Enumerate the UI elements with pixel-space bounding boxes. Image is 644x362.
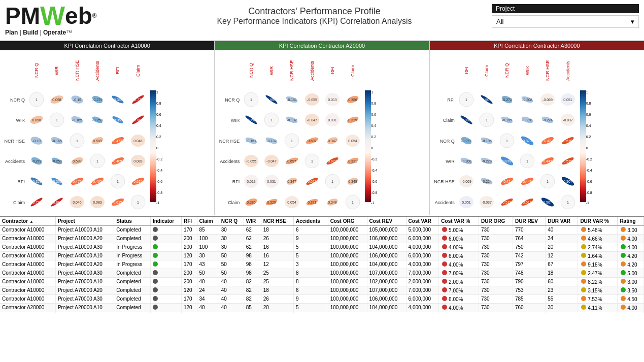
col-indicator: Indicator bbox=[150, 217, 181, 226]
cell-rating: 3.00 bbox=[618, 277, 644, 286]
cell-project: Project A40000 A30 bbox=[55, 269, 114, 277]
svg-text:-0.195: -0.195 bbox=[502, 118, 512, 122]
cell-numeric: 82 bbox=[244, 286, 261, 294]
svg-text:0.878: 0.878 bbox=[523, 139, 532, 143]
cell-indicator bbox=[150, 312, 181, 313]
cell-status: Completed bbox=[114, 286, 151, 294]
cell-numeric: 11 bbox=[261, 312, 293, 313]
svg-text:0.051: 0.051 bbox=[462, 201, 471, 204]
sort-arrow-contractor[interactable]: ▲ bbox=[29, 219, 33, 224]
svg-text:0.615: 0.615 bbox=[113, 201, 122, 204]
svg-text:0.013: 0.013 bbox=[247, 180, 256, 183]
status-dot bbox=[153, 270, 158, 275]
cell-cost-rev: 107,000,000 bbox=[367, 312, 406, 313]
cell-cost-var-pct: 4.00% bbox=[439, 260, 479, 269]
svg-text:0.589: 0.589 bbox=[93, 139, 102, 143]
cell-dur-rev: 742 bbox=[513, 251, 545, 260]
svg-text:1: 1 bbox=[76, 139, 78, 143]
cost-var-dot bbox=[442, 287, 447, 292]
cell-dur-var-pct: 5.48% bbox=[578, 225, 618, 234]
filter-value: All bbox=[496, 18, 503, 25]
cell-dur-org: 730 bbox=[479, 312, 513, 313]
table-row: Contractor A10000Project A10000 A10Compl… bbox=[0, 225, 644, 234]
cell-numeric: 5 bbox=[294, 243, 328, 251]
svg-text:-0.055: -0.055 bbox=[307, 98, 317, 102]
cell-numeric: 62 bbox=[244, 225, 261, 234]
cell-project: Project A10000 A20 bbox=[55, 234, 114, 243]
svg-text:-0.151: -0.151 bbox=[287, 98, 297, 102]
svg-text:0.348: 0.348 bbox=[349, 180, 358, 183]
cell-dur-rev: 760 bbox=[513, 303, 545, 312]
dur-var-dot bbox=[581, 253, 586, 258]
project-filter-select[interactable]: All ▾ bbox=[492, 15, 639, 28]
svg-text:0.098: 0.098 bbox=[52, 98, 61, 102]
svg-text:-0.365: -0.365 bbox=[52, 180, 62, 183]
cell-cost-var-pct: 7.00% bbox=[439, 312, 479, 313]
cell-cost-rev: 107,000,000 bbox=[367, 269, 406, 277]
status-dot bbox=[153, 296, 158, 301]
svg-text:0.321: 0.321 bbox=[308, 201, 317, 204]
rating-dot bbox=[621, 287, 626, 292]
cell-indicator bbox=[150, 303, 181, 312]
cell-numeric: 30 bbox=[197, 251, 219, 260]
cost-var-dot bbox=[442, 305, 447, 310]
cell-numeric: 4 bbox=[294, 312, 328, 313]
svg-text:-0.195: -0.195 bbox=[482, 139, 492, 143]
col-ncrhse: NCR HSE bbox=[261, 217, 293, 226]
table-wrapper[interactable]: Contractor ▲ Project Status Indicator RF… bbox=[0, 217, 644, 313]
svg-text:1: 1 bbox=[331, 180, 333, 183]
cell-numeric: 34 bbox=[197, 294, 219, 303]
cell-numeric: 50 bbox=[197, 269, 219, 277]
svg-text:0.42: 0.42 bbox=[503, 180, 511, 183]
cost-var-dot bbox=[442, 253, 447, 258]
cell-dur-rev: 770 bbox=[513, 225, 545, 234]
table-row: Contractor A20000Project A20000 A10Compl… bbox=[0, 303, 644, 312]
cell-dur-var-pct: 2.74% bbox=[578, 243, 618, 251]
cell-numeric: 40 bbox=[219, 286, 244, 294]
col-rfi: RFI bbox=[181, 217, 197, 226]
page-title-sub: Key Performance Indicators (KPI) Correla… bbox=[137, 17, 492, 26]
dur-var-dot bbox=[581, 236, 586, 241]
cell-dur-org: 730 bbox=[479, 294, 513, 303]
cell-status: Completed bbox=[114, 225, 151, 234]
cell-cost-var: 7,000,000 bbox=[406, 286, 439, 294]
cell-cost-org: 100,000,000 bbox=[328, 286, 367, 294]
corr-matrix-a10000: NCR Q WIR NCR HSE Accidents RFI Claim NC… bbox=[1, 52, 159, 213]
cell-status: Completed bbox=[114, 303, 151, 312]
cost-var-dot bbox=[442, 261, 447, 267]
cell-dur-var-pct: 8.22% bbox=[578, 277, 618, 286]
col-cost-org: Cost ORG bbox=[328, 217, 367, 226]
dur-var-dot bbox=[581, 279, 586, 284]
cell-cost-org: 100,000,000 bbox=[328, 277, 367, 286]
legend-bar-a10000: 1 0.8 0.6 0.4 0.2 0 -0.2 -0.4 -0.6 -0.8 … bbox=[149, 90, 158, 212]
cell-numeric: 62 bbox=[244, 243, 261, 251]
status-dot bbox=[153, 244, 158, 249]
cell-dur-rev: 748 bbox=[513, 269, 545, 277]
table-header-row: Contractor ▲ Project Status Indicator RF… bbox=[0, 217, 644, 226]
svg-text:0.386: 0.386 bbox=[349, 98, 358, 102]
cost-var-dot bbox=[442, 279, 447, 284]
svg-text:0.519: 0.519 bbox=[523, 201, 532, 204]
rating-dot bbox=[621, 270, 626, 275]
cell-indicator bbox=[150, 269, 181, 277]
cell-dur-var: 12 bbox=[546, 251, 578, 260]
cell-status: Completed bbox=[114, 294, 151, 303]
cell-numeric: 100 bbox=[197, 234, 219, 243]
cell-numeric: 40 bbox=[219, 312, 244, 313]
dur-var-dot bbox=[581, 287, 586, 292]
chevron-down-icon: ▾ bbox=[631, 18, 634, 25]
col-status: Status bbox=[114, 217, 151, 226]
corr-matrix-a30000: RFI Claim NCR Q WIR NCR HSE Accidents RF… bbox=[431, 52, 589, 213]
svg-text:-0.055: -0.055 bbox=[246, 159, 256, 163]
dur-var-dot bbox=[581, 296, 586, 301]
cell-dur-var: 20 bbox=[546, 243, 578, 251]
cell-numeric: 24 bbox=[197, 286, 219, 294]
cell-dur-var: 60 bbox=[546, 277, 578, 286]
cost-var-dot bbox=[442, 270, 447, 275]
cell-cost-var: 7,000,000 bbox=[406, 312, 439, 313]
rating-dot bbox=[621, 253, 626, 258]
cell-dur-org: 730 bbox=[479, 277, 513, 286]
logo-tagline: Plan | Build | Operate™ bbox=[5, 29, 137, 36]
col-header-accidents: Accidents bbox=[95, 53, 100, 88]
cell-project: Project A20000 A20 bbox=[55, 312, 114, 313]
